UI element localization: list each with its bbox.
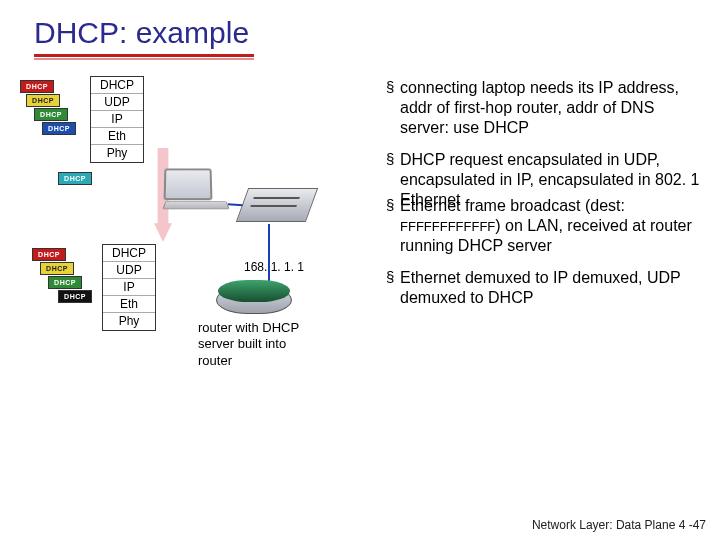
tag-dhcp: DHCP (26, 94, 60, 107)
stack-row: Eth (103, 296, 155, 313)
title-underline (34, 54, 254, 58)
bullet-list: connecting laptop needs its IP address, … (386, 78, 704, 320)
bullet-item: Ethernet frame broadcast (dest: FFFFFFFF… (386, 196, 704, 268)
link (268, 224, 270, 284)
router-icon (216, 280, 292, 314)
tag-dhcp: DHCP (58, 290, 92, 303)
router-ip-label: 168. 1. 1. 1 (244, 260, 304, 274)
stack-row: Phy (91, 145, 143, 162)
protocol-stack-laptop: DHCP UDP IP Eth Phy (90, 76, 144, 163)
protocol-stack-router: DHCP UDP IP Eth Phy (102, 244, 156, 331)
router-caption: router with DHCP server built into route… (198, 320, 348, 369)
stack-row: UDP (103, 262, 155, 279)
bullet-text: Ethernet frame broadcast (dest: (400, 197, 625, 214)
tag-dhcp: DHCP (40, 262, 74, 275)
tag-dhcp: DHCP (58, 172, 92, 185)
slide-title: DHCP: example (0, 0, 720, 54)
laptop-icon (164, 168, 234, 218)
router-caption-line: server built into (198, 336, 348, 352)
stack-row: DHCP (91, 77, 143, 94)
diagram-area: DHCP DHCP DHCP DHCP DHCP UDP IP Eth Phy … (20, 76, 380, 406)
tag-dhcp: DHCP (42, 122, 76, 135)
stack-row: UDP (91, 94, 143, 111)
router-caption-line: router with DHCP (198, 320, 348, 336)
slide-footer: Network Layer: Data Plane 4 -47 (532, 518, 706, 532)
switch-icon (236, 188, 318, 222)
bullet-item: Ethernet demuxed to IP demuxed, UDP demu… (386, 268, 704, 320)
stack-row: IP (103, 279, 155, 296)
tag-dhcp: DHCP (32, 248, 66, 261)
tag-dhcp: DHCP (48, 276, 82, 289)
bullet-item: connecting laptop needs its IP address, … (386, 78, 704, 150)
mac-address: FFFFFFFFFFFF (400, 219, 495, 234)
stack-row: Eth (91, 128, 143, 145)
stack-row: DHCP (103, 245, 155, 262)
tag-dhcp: DHCP (20, 80, 54, 93)
tag-dhcp: DHCP (34, 108, 68, 121)
stack-row: Phy (103, 313, 155, 330)
stack-row: IP (91, 111, 143, 128)
router-caption-line: router (198, 353, 348, 369)
